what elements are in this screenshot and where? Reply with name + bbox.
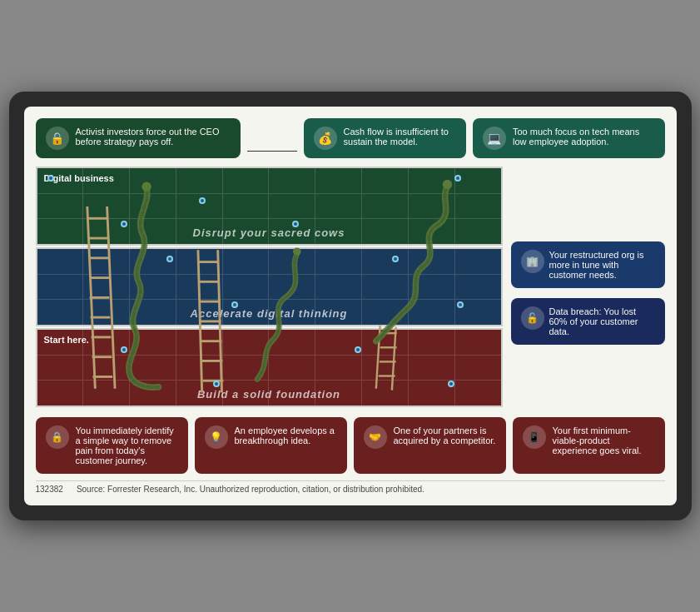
cell: [130, 219, 176, 244]
tech-text: Too much focus on tech means low employe…: [513, 127, 655, 147]
restructured-icon: 🏢: [521, 250, 544, 273]
device-frame: 🔒 Activist investors force out the CEO b…: [9, 92, 692, 520]
cell: [37, 381, 84, 406]
cell: [130, 275, 176, 300]
tech-icon: 💻: [483, 127, 506, 150]
cell: [455, 381, 501, 406]
cell: [409, 300, 455, 325]
event-card-tech: 💻 Too much focus on tech means low emplo…: [473, 118, 665, 158]
event-card-activist: 🔒 Activist investors force out the CEO b…: [36, 118, 241, 158]
cell: [223, 356, 270, 381]
board-area: Digital business: [36, 167, 665, 409]
cell: [269, 275, 315, 300]
footer: 132382 Source: Forrester Research, Inc. …: [36, 480, 665, 494]
cell: [269, 356, 315, 381]
bottom-card-partner: 🤝 One of your partners is acquired by a …: [354, 417, 506, 474]
cell: [37, 249, 84, 274]
top-events-row: 🔒 Activist investors force out the CEO b…: [36, 118, 665, 158]
connector: [247, 118, 297, 158]
section-label-disrupt: Disrupt your sacred cows: [193, 226, 345, 239]
footer-id: 132382: [36, 485, 63, 494]
cell: [176, 249, 223, 274]
cell: [362, 219, 409, 244]
footer-source: Source: Forrester Research, Inc. Unautho…: [77, 485, 424, 494]
cell: [315, 275, 362, 300]
mvp-text: Your first minimum-viable-product experi…: [553, 425, 655, 455]
board-right-cards: 🏢 Your restructured org is more in tune …: [511, 167, 665, 345]
cell: [362, 249, 409, 274]
cell: [176, 356, 223, 381]
cell: [130, 300, 176, 325]
board-main: Digital business: [36, 167, 503, 409]
cell: [455, 249, 501, 274]
cell: [409, 194, 455, 219]
bot-grid-row-2: [37, 356, 501, 381]
cell: [362, 168, 409, 193]
cell: [409, 168, 455, 193]
cell: [409, 219, 455, 244]
corner-label-digital: Digital business: [44, 173, 114, 183]
cell: [176, 330, 223, 355]
bottom-card-mvp: 📱 Your first minimum-viable-product expe…: [513, 417, 665, 474]
cell: [362, 300, 409, 325]
activist-text: Activist investors force out the CEO bef…: [76, 127, 231, 147]
cell: [37, 275, 84, 300]
cell: [130, 168, 176, 193]
cell: [37, 300, 84, 325]
cell: [269, 168, 315, 193]
section-label-accelerate: Accelerate digital thinking: [191, 307, 348, 320]
event-card-cashflow: 💰 Cash flow is insufficient to sustain t…: [304, 118, 466, 158]
cell: [223, 330, 270, 355]
dot: [454, 175, 461, 182]
board-section-middle: Accelerate digital thinking: [36, 247, 503, 326]
dot: [47, 175, 54, 182]
top-grid-row-2: [37, 194, 501, 220]
cell: [455, 168, 501, 193]
cell: [455, 219, 501, 244]
bottom-card-breakthrough: 💡 An employee develops a breakthrough id…: [195, 417, 347, 474]
board-section-bottom: Start here.: [36, 328, 503, 407]
bot-grid-row-1: [37, 330, 501, 356]
dot: [121, 221, 127, 227]
cell: [362, 275, 409, 300]
cell: [130, 330, 176, 355]
cell: [176, 168, 223, 193]
cell: [223, 168, 270, 193]
bottom-events-row: 🔒 You immediately identify a simple way …: [36, 417, 665, 474]
breakthrough-text: An employee develops a breakthrough idea…: [235, 425, 337, 445]
section-label-foundation: Build a solid foundation: [197, 388, 340, 401]
cell: [130, 381, 176, 406]
cell: [362, 381, 409, 406]
breakthrough-icon: 💡: [205, 425, 228, 449]
cell: [83, 275, 130, 300]
info-card-restructured: 🏢 Your restructured org is more in tune …: [511, 241, 665, 288]
cell: [37, 194, 84, 219]
partner-icon: 🤝: [364, 425, 387, 449]
mid-grid-row-2: [37, 275, 501, 301]
cell: [37, 356, 84, 381]
bottom-card-identify: 🔒 You immediately identify a simple way …: [36, 417, 188, 474]
dot: [448, 381, 454, 387]
restructured-text: Your restructured org is more in tune wi…: [549, 250, 655, 280]
dot: [121, 346, 127, 353]
cell: [409, 356, 455, 381]
databreach-icon: 🔓: [521, 306, 544, 330]
cell: [315, 249, 362, 274]
cell: [455, 330, 501, 355]
corner-label-start: Start here.: [44, 335, 89, 345]
cell: [83, 194, 130, 219]
cell: [223, 249, 270, 274]
dot: [292, 221, 299, 227]
cell: [269, 249, 315, 274]
cashflow-text: Cash flow is insufficient to sustain the…: [344, 127, 456, 147]
cell: [362, 194, 409, 219]
cell: [315, 168, 362, 193]
cell: [409, 330, 455, 355]
cell: [223, 275, 270, 300]
cell: [455, 356, 501, 381]
databreach-text: Data breach: You lost 60% of your custom…: [549, 306, 655, 336]
dot: [457, 301, 464, 308]
cell: [409, 249, 455, 274]
cell: [176, 275, 223, 300]
cell: [83, 356, 130, 381]
